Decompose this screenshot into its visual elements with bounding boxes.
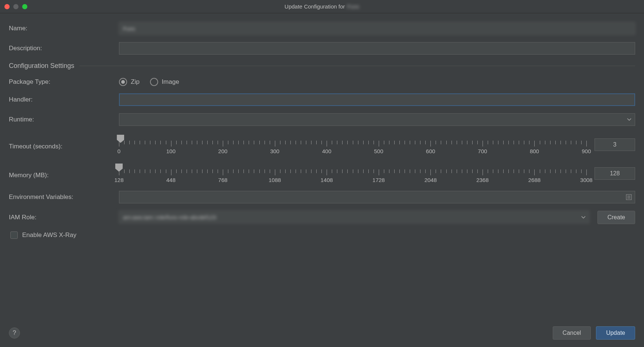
slider-tick-label: 100 <box>166 148 176 154</box>
timeout-slider[interactable]: 0100200300400500600700800900 <box>119 135 586 155</box>
window-title-prefix: Update Configuration for <box>284 3 345 10</box>
env-vars-input[interactable] <box>119 191 635 203</box>
list-icon <box>626 194 632 200</box>
slider-tick-label: 0 <box>117 148 120 154</box>
window-title: Update Configuration for Func <box>284 3 360 10</box>
slider-tick-label: 2048 <box>425 177 437 183</box>
slider-tick-label: 2688 <box>528 177 541 183</box>
package-type-radio-image[interactable]: Image <box>150 78 179 86</box>
minimize-window-button[interactable] <box>13 4 18 9</box>
slider-tick-label: 700 <box>478 148 487 154</box>
slider-tick-label: 800 <box>530 148 539 154</box>
radio-icon <box>119 78 127 86</box>
slider-thumb[interactable] <box>117 135 124 143</box>
radio-icon <box>150 78 158 86</box>
radio-label-image: Image <box>162 78 179 86</box>
slider-tick-label: 500 <box>374 148 383 154</box>
slider-tick-label: 2368 <box>476 177 488 183</box>
slider-tick-label: 200 <box>218 148 228 154</box>
slider-tick-label: 1088 <box>269 177 281 183</box>
timeout-value-input[interactable] <box>594 138 635 151</box>
description-label: Description: <box>9 45 112 52</box>
handler-label: Handler: <box>9 96 112 103</box>
runtime-label: Runtime: <box>9 116 112 123</box>
package-type-radio-zip[interactable]: Zip <box>119 78 140 86</box>
memory-label: Memory (MB): <box>9 162 112 179</box>
env-vars-browse-button[interactable] <box>625 193 633 201</box>
chevron-down-icon <box>627 118 631 121</box>
slider-tick-label: 300 <box>270 148 279 154</box>
configuration-settings-header: Configuration Settings <box>9 62 635 70</box>
name-input[interactable] <box>119 22 635 35</box>
slider-tick-label: 768 <box>218 177 228 183</box>
slider-tick-label: 600 <box>426 148 435 154</box>
slider-tick-label: 128 <box>114 177 123 183</box>
enable-xray-label: Enable AWS X-Ray <box>22 231 76 239</box>
update-button[interactable]: Update <box>596 326 635 340</box>
titlebar: Update Configuration for Func <box>0 0 644 13</box>
timeout-label: Timeout (seconds): <box>9 133 112 150</box>
env-vars-label: Environment Variables: <box>9 193 112 201</box>
iam-role-select[interactable] <box>119 211 589 223</box>
slider-thumb[interactable] <box>115 164 123 172</box>
chevron-down-icon <box>581 216 586 219</box>
maximize-window-button[interactable] <box>22 4 27 9</box>
memory-slider[interactable]: 1284487681088140817282048236826883008 <box>119 164 586 183</box>
handler-input[interactable] <box>119 93 635 106</box>
window-controls <box>4 4 27 9</box>
slider-tick-label: 448 <box>166 177 176 183</box>
runtime-select[interactable] <box>119 113 635 126</box>
slider-tick-label: 3008 <box>580 177 592 183</box>
section-title: Configuration Settings <box>9 62 74 70</box>
close-window-button[interactable] <box>4 4 10 9</box>
package-type-label: Package Type: <box>9 78 112 86</box>
package-type-radio-group: Zip Image <box>119 78 635 86</box>
iam-role-label: IAM Role: <box>9 214 112 221</box>
create-iam-role-button[interactable]: Create <box>597 211 635 224</box>
section-divider <box>79 66 635 66</box>
description-input[interactable] <box>119 42 635 55</box>
radio-label-zip: Zip <box>131 78 140 86</box>
slider-tick-label: 400 <box>322 148 331 154</box>
cancel-button[interactable]: Cancel <box>553 326 591 340</box>
name-label: Name: <box>9 25 112 32</box>
slider-tick-label: 900 <box>582 148 591 154</box>
window-title-name: Func <box>347 3 360 10</box>
question-icon: ? <box>13 329 16 337</box>
memory-value-input[interactable] <box>594 167 635 180</box>
help-button[interactable]: ? <box>9 327 20 339</box>
enable-xray-checkbox[interactable] <box>10 231 18 239</box>
slider-tick-label: 1728 <box>372 177 385 183</box>
slider-tick-label: 1408 <box>321 177 333 183</box>
